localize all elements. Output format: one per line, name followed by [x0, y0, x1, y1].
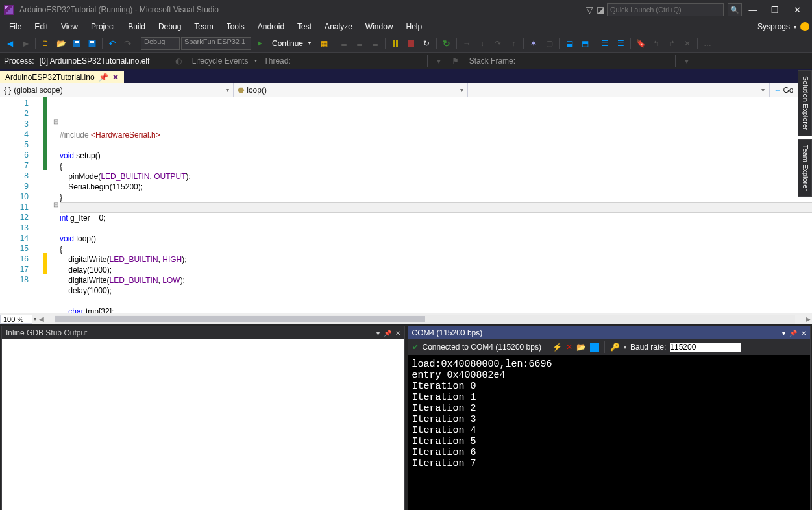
close-icon[interactable]: ✕: [801, 330, 806, 337]
save-all-button[interactable]: [85, 36, 99, 51]
pause-button[interactable]: [388, 36, 402, 51]
separator: [604, 341, 605, 353]
close-icon[interactable]: ✕: [395, 330, 400, 337]
menu-tools[interactable]: Tools: [220, 21, 251, 32]
quick-launch-input[interactable]: [607, 3, 724, 16]
separator: [102, 38, 103, 49]
member-dropdown[interactable]: ▾: [468, 83, 769, 97]
separator: [630, 38, 631, 49]
connection-status: Connected to COM4 (115200 bps): [423, 343, 541, 352]
baud-select[interactable]: 115200: [670, 343, 741, 352]
sysprogs-menu[interactable]: Sysprogs: [757, 22, 790, 31]
bookmark-prev-icon: ↰: [649, 36, 663, 51]
window-split-icon[interactable]: ⬓: [562, 36, 576, 51]
scope-dropdown[interactable]: { } (global scope)▾: [0, 83, 234, 97]
nav-back-button[interactable]: ◀: [3, 36, 17, 51]
process-bar: Process: [0] ArduinoESP32Tutorial.ino.el…: [0, 52, 812, 69]
baud-label: Baud rate:: [630, 343, 666, 352]
tab-active-file[interactable]: ArduinoESP32Tutorial.ino 📌 ✕: [0, 71, 124, 83]
solution-explorer-tab[interactable]: Solution Explorer: [798, 70, 812, 136]
continue-label[interactable]: Continue: [268, 39, 307, 48]
restart-button[interactable]: [439, 36, 454, 51]
menu-help[interactable]: Help: [400, 21, 429, 32]
menu-android[interactable]: Android: [251, 21, 291, 32]
drop-icon[interactable]: ▾: [376, 330, 380, 337]
cycle-button[interactable]: ↻: [419, 36, 434, 51]
step-group-icon: ≣: [352, 36, 367, 51]
stop-button[interactable]: [404, 36, 418, 51]
lifecycle-icon: ◐: [171, 54, 186, 68]
separator: [523, 38, 524, 49]
restore-button[interactable]: ❐: [764, 5, 786, 15]
window-layout-icon[interactable]: ⬒: [578, 36, 592, 51]
flash-icon[interactable]: ⚡: [552, 343, 562, 352]
menu-build[interactable]: Build: [121, 21, 152, 32]
lifecycle-label[interactable]: Lifecycle Events: [188, 56, 252, 66]
undo-button[interactable]: [105, 36, 119, 51]
menu-file[interactable]: File: [3, 21, 28, 32]
hex-button[interactable]: ✶: [526, 36, 541, 51]
serial-output-body[interactable]: load:0x40080000,len:6696 entry 0x400802e…: [408, 355, 811, 510]
quick-launch-go[interactable]: 🔍: [728, 3, 742, 16]
h-scrollbar[interactable]: [55, 315, 795, 324]
separator: [697, 38, 698, 49]
feedback-icon[interactable]: ◪: [597, 5, 607, 15]
disconnect-icon[interactable]: ✕: [566, 343, 572, 352]
scroll-right-icon[interactable]: ▶: [804, 315, 812, 322]
key-icon[interactable]: 🔑: [610, 343, 620, 352]
function-dropdown[interactable]: ⬣ loop()▾: [234, 83, 467, 97]
config-select[interactable]: Debug: [141, 37, 180, 50]
pin-icon[interactable]: 📌: [99, 73, 108, 82]
menu-window[interactable]: Window: [359, 21, 400, 32]
process-select[interactable]: [0] ArduinoESP32Tutorial.ino.elf: [40, 56, 163, 66]
serial-toolbar: ✔ Connected to COM4 (115200 bps) ⚡ ✕ 📂 🔑…: [408, 339, 811, 355]
menu-team[interactable]: Team: [188, 21, 219, 32]
tab-filename: ArduinoESP32Tutorial.ino: [5, 73, 95, 82]
go-button[interactable]: ←Go: [769, 83, 798, 97]
filter-icon: ▾: [432, 54, 446, 68]
notifications-icon[interactable]: ▽: [586, 5, 597, 15]
menu-analyze[interactable]: Analyze: [318, 21, 359, 32]
pin-icon[interactable]: 📌: [384, 330, 391, 337]
zoom-select[interactable]: 100 %: [0, 315, 32, 324]
list2-icon[interactable]: ☰: [613, 36, 628, 51]
start-button[interactable]: [252, 36, 267, 51]
close-button[interactable]: ✕: [786, 5, 808, 15]
menu-project[interactable]: Project: [84, 21, 121, 32]
code-editor[interactable]: 123456789101112131415161718 ⊟⊟ #include …: [0, 97, 812, 313]
bookmark-icon[interactable]: 🔖: [634, 36, 648, 51]
toolwindow-button: ▢: [542, 36, 556, 51]
step-group-icon: ≣: [337, 36, 351, 51]
open-button[interactable]: 📂: [54, 36, 68, 51]
menu-debug[interactable]: Debug: [152, 21, 188, 32]
menu-test[interactable]: Test: [291, 21, 318, 32]
nav-dropdowns: { } (global scope)▾ ⬣ loop()▾ ▾ ←Go ↕: [0, 83, 812, 97]
new-item-button[interactable]: 🗋: [38, 36, 53, 51]
separator: [385, 38, 386, 49]
settings-gear-icon[interactable]: [800, 22, 809, 31]
gdb-output-body[interactable]: _: [2, 339, 404, 510]
minimize-button[interactable]: —: [742, 5, 764, 15]
step-out-button: ↑: [506, 36, 521, 51]
list-icon[interactable]: ☰: [598, 36, 612, 51]
scroll-left-icon[interactable]: ◀: [38, 315, 45, 322]
code-body[interactable]: #include <HardwareSerial.h> void setup()…: [60, 97, 812, 313]
props-button[interactable]: ▦: [317, 36, 331, 51]
nav-fwd-button: ▶: [18, 36, 32, 51]
drop-icon[interactable]: ▾: [782, 330, 785, 337]
platform-select[interactable]: SparkFun ESP32 1: [181, 37, 251, 50]
save-log-icon[interactable]: [590, 343, 599, 352]
collapse-column[interactable]: ⊟⊟: [52, 97, 60, 313]
menu-edit[interactable]: Edit: [28, 21, 55, 32]
vs-logo-icon: [4, 5, 14, 15]
pin-icon[interactable]: 📌: [789, 330, 797, 337]
serial-panel-header[interactable]: COM4 (115200 bps) ▾📌✕: [408, 326, 811, 339]
window-title: ArduinoESP32Tutorial (Running) - Microso…: [19, 5, 586, 14]
menu-view[interactable]: View: [55, 21, 84, 32]
thread-label: Thread:: [260, 56, 294, 66]
gdb-panel-header[interactable]: Inline GDB Stub Output ▾📌✕: [2, 326, 404, 339]
separator: [436, 38, 437, 49]
save-button[interactable]: [69, 36, 84, 51]
open-folder-icon[interactable]: 📂: [576, 343, 586, 352]
close-tab-icon[interactable]: ✕: [112, 73, 119, 82]
